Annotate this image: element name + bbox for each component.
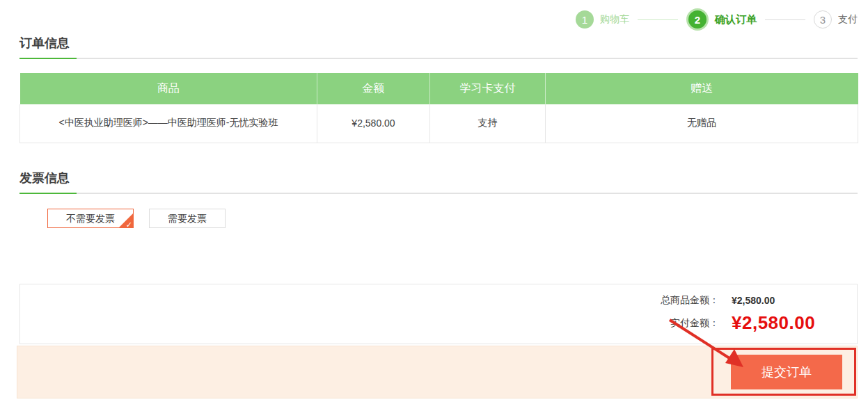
payable-amount-label: 实付金额： bbox=[622, 317, 719, 330]
need-invoice-label: 需要发票 bbox=[168, 213, 207, 224]
step-cart-number: 1 bbox=[576, 10, 594, 29]
table-row: <中医执业助理医师>——中医助理医师-无忧实验班 ¥2,580.00 支持 无赠… bbox=[20, 104, 858, 143]
order-table: 商品 金额 学习卡支付 赠送 <中医执业助理医师>——中医助理医师-无忧实验班 … bbox=[19, 73, 858, 143]
step-pay-number: 3 bbox=[814, 10, 832, 29]
cell-study-card: 支持 bbox=[430, 104, 546, 143]
total-amount-value: ¥2,580.00 bbox=[732, 295, 826, 306]
invoice-options: 不需要发票 ✓ 需要发票 bbox=[47, 209, 226, 228]
order-confirm-page: 1 购物车 2 确认订单 3 支付 订单信息 商品 金额 学习卡支付 赠送 bbox=[0, 0, 868, 411]
step-confirm-number: 2 bbox=[686, 8, 709, 31]
step-connector-2 bbox=[765, 19, 805, 20]
check-icon: ✓ bbox=[126, 221, 132, 228]
order-info-divider-accent bbox=[19, 58, 77, 59]
step-pay[interactable]: 3 支付 bbox=[814, 10, 858, 29]
payable-amount-row: 实付金额： ¥2,580.00 bbox=[20, 312, 826, 334]
order-table-header-row: 商品 金额 学习卡支付 赠送 bbox=[20, 73, 858, 104]
step-confirm-label: 确认订单 bbox=[715, 13, 757, 26]
step-cart[interactable]: 1 购物车 bbox=[576, 10, 629, 29]
no-invoice-button[interactable]: 不需要发票 ✓ bbox=[47, 209, 134, 228]
col-header-study-card: 学习卡支付 bbox=[430, 73, 546, 104]
cell-amount: ¥2,580.00 bbox=[317, 104, 430, 143]
col-header-gift: 赠送 bbox=[546, 73, 858, 104]
order-info-divider bbox=[19, 58, 858, 59]
invoice-info-divider bbox=[19, 193, 858, 194]
submit-order-button[interactable]: 提交订单 bbox=[731, 355, 842, 389]
order-summary-box: 总商品金额： ¥2,580.00 实付金额： ¥2,580.00 bbox=[19, 284, 858, 344]
no-invoice-label: 不需要发票 bbox=[66, 213, 115, 224]
col-header-amount: 金额 bbox=[317, 73, 430, 104]
footer-action-bar: 提交订单 bbox=[17, 346, 858, 398]
step-connector-1 bbox=[638, 19, 678, 20]
cell-gift: 无赠品 bbox=[546, 104, 858, 143]
step-confirm-order[interactable]: 2 确认订单 bbox=[686, 8, 757, 31]
total-amount-label: 总商品金额： bbox=[622, 294, 719, 307]
invoice-info-title: 发票信息 bbox=[19, 170, 70, 186]
col-header-product: 商品 bbox=[20, 73, 317, 104]
payable-amount-value: ¥2,580.00 bbox=[732, 312, 826, 334]
checkout-steps: 1 购物车 2 确认订单 3 支付 bbox=[576, 8, 858, 31]
need-invoice-button[interactable]: 需要发票 bbox=[149, 209, 226, 228]
cell-product-name: <中医执业助理医师>——中医助理医师-无忧实验班 bbox=[20, 104, 317, 143]
order-info-title: 订单信息 bbox=[19, 35, 70, 51]
invoice-info-divider-accent bbox=[19, 193, 77, 194]
total-amount-row: 总商品金额： ¥2,580.00 bbox=[20, 294, 826, 307]
step-pay-label: 支付 bbox=[838, 13, 858, 26]
step-cart-label: 购物车 bbox=[600, 13, 629, 26]
